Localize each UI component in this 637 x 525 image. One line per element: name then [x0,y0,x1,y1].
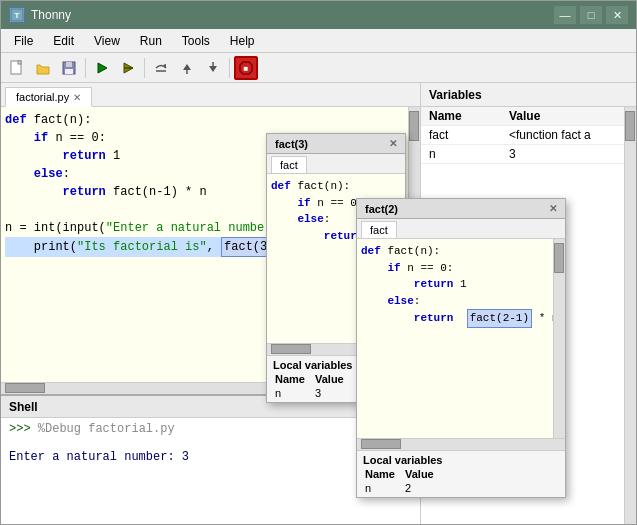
variables-header: Variables [421,83,636,107]
menu-file[interactable]: File [5,31,42,51]
editor-tab-factorial[interactable]: factorial.py ✕ [5,87,92,107]
debug-window-1-tab-bar: fact [267,154,405,174]
menu-help[interactable]: Help [221,31,264,51]
debug-window-2-vars: Local variables Name Value n 2 [357,450,565,497]
debug1-scrollbar-thumb-h[interactable] [271,344,311,354]
svg-rect-5 [66,62,72,67]
debug-window-1-title: fact(3) ✕ [267,134,405,154]
debug1-col-name: Name [271,372,311,386]
svg-text:■: ■ [244,64,249,73]
debug2-scrollbar-thumb[interactable] [554,243,564,273]
debug2-col-headers: Name Value [361,467,561,481]
step-out-button[interactable] [201,56,225,80]
editor-scrollbar-thumb[interactable] [409,111,419,141]
variables-col-headers: Name Value [421,107,624,126]
run-button[interactable] [90,56,114,80]
maximize-button[interactable]: □ [580,6,602,24]
code-line-1: def fact(n): [5,111,404,129]
debug2-col-val: Value [401,467,438,481]
debug-window-2-tab-bar: fact [357,219,565,239]
col-name: Name [425,108,505,124]
debug2-scrollbar-thumb-h[interactable] [361,439,401,449]
debug-window-2-close[interactable]: ✕ [549,203,557,214]
debug-window-2-title: fact(2) ✕ [357,199,565,219]
shell-line-3: Enter a natural number: 3 [9,450,412,464]
toolbar-sep-3 [229,58,230,78]
main-area: factorial.py ✕ def fact(n): if n == 0: r… [1,83,636,524]
debug2-scrollbar-v[interactable] [553,239,565,438]
toolbar-sep-2 [144,58,145,78]
toolbar-sep-1 [85,58,86,78]
step-into-button[interactable] [175,56,199,80]
debug-window-2-tab[interactable]: fact [361,221,397,238]
step-over-button[interactable] [149,56,173,80]
editor-tab-bar: factorial.py ✕ [1,83,420,107]
title-bar: T Thonny — □ ✕ [1,1,636,29]
svg-text:T: T [15,11,20,20]
vars-scrollbar-v[interactable] [624,107,636,524]
debug-window-1-close[interactable]: ✕ [389,138,397,149]
svg-marker-14 [209,66,217,72]
debug2-col-name: Name [361,467,401,481]
main-window: T Thonny — □ ✕ File Edit View Run Tools … [0,0,637,525]
fact2-highlight: fact(2-1) [467,309,532,328]
save-button[interactable] [57,56,81,80]
shell-line-2 [9,436,412,450]
shell-line-1: >>> %Debug factorial.py [9,422,412,436]
svg-marker-7 [98,63,107,73]
tab-label: factorial.py [16,91,69,103]
menu-run[interactable]: Run [131,31,171,51]
debug-window-2-vars-label: Local variables [361,453,561,467]
title-controls: — □ ✕ [554,6,628,24]
svg-marker-12 [183,64,191,70]
svg-rect-3 [18,61,21,64]
debug2-code-scroll: def fact(n): if n == 0: return 1 else: r… [357,239,565,438]
debug-window-fact2[interactable]: fact(2) ✕ fact def fact(n): if n == 0: r… [356,198,566,498]
toolbar: ■ [1,53,636,83]
menu-tools[interactable]: Tools [173,31,219,51]
debug-button[interactable] [116,56,140,80]
menu-bar: File Edit View Run Tools Help [1,29,636,53]
new-button[interactable] [5,56,29,80]
open-button[interactable] [31,56,55,80]
editor-scrollbar-thumb-h[interactable] [5,383,45,393]
close-button[interactable]: ✕ [606,6,628,24]
debug-window-1-tab[interactable]: fact [271,156,307,173]
var-row-n: n 3 [421,145,624,164]
menu-view[interactable]: View [85,31,129,51]
title-bar-left: T Thonny [9,7,71,23]
var-row-fact: fact <function fact a [421,126,624,145]
tab-close-icon[interactable]: ✕ [73,92,81,103]
window-title: Thonny [31,8,71,22]
menu-edit[interactable]: Edit [44,31,83,51]
col-value: Value [505,108,620,124]
debug-window-2-code: def fact(n): if n == 0: return 1 else: r… [357,239,553,438]
stop-button[interactable]: ■ [234,56,258,80]
minimize-button[interactable]: — [554,6,576,24]
svg-rect-6 [65,69,73,74]
debug-window-2-var-row-n: n 2 [361,481,561,495]
debug2-scrollbar-h[interactable] [357,438,565,450]
debug1-col-val: Value [311,372,348,386]
vars-scrollbar-thumb[interactable] [625,111,635,141]
app-icon: T [9,7,25,23]
